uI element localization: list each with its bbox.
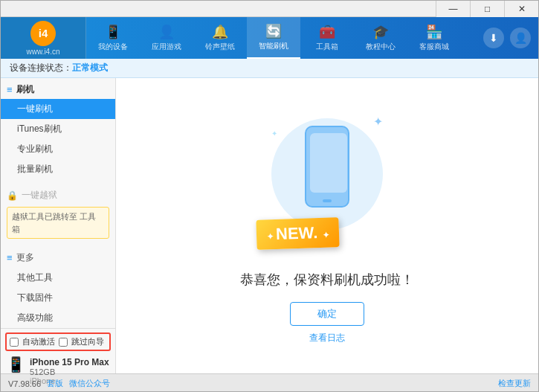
apps-icon: 👤	[158, 24, 175, 40]
sparkle-top-right: ✦	[373, 115, 383, 129]
more-header-icon: ≡	[7, 252, 13, 263]
sidebar-more-header: ≡ 更多	[1, 248, 115, 268]
user-action-btn[interactable]: 👤	[510, 28, 531, 48]
tab-smart-flash[interactable]: 🔄 智能刷机	[247, 17, 300, 59]
store-icon: 🏪	[426, 24, 442, 40]
sidebar-item-itunes-flash[interactable]: iTunes刷机	[1, 119, 115, 139]
jailbreak-lock-icon: 🔒	[7, 190, 18, 201]
sidebar-item-batch-flash[interactable]: 批量刷机	[1, 159, 115, 179]
footer-refresh-link[interactable]: 检查更新	[498, 378, 531, 389]
phone-body	[305, 126, 349, 208]
tab-tutorials[interactable]: 🎓 教程中心	[354, 17, 407, 59]
new-badge: ✦ NEW. ✦	[256, 217, 340, 250]
content-area: ✦ ✦ ✦ NEW. ✦ 恭喜您，保资料刷机成功啦！ 确定 查看日志	[116, 78, 538, 373]
smart-flash-icon: 🔄	[265, 23, 282, 39]
device-icon: 📱	[7, 357, 25, 372]
sidebar-item-other-tools[interactable]: 其他工具	[1, 268, 115, 288]
view-log-link[interactable]: 查看日志	[309, 332, 345, 344]
tab-my-device[interactable]: 📱 我的设备	[86, 17, 140, 59]
logo-icon: i4	[30, 21, 56, 46]
sidebar-item-onekey-flash[interactable]: 一键刷机	[1, 99, 115, 119]
close-button[interactable]: ✕	[504, 1, 538, 17]
footer-version: V7.98.66	[8, 379, 41, 388]
auto-options-row: 自动激活 跳过向导	[5, 332, 111, 351]
auto-activate-checkbox[interactable]	[10, 338, 19, 347]
nav-tabs: 📱 我的设备 👤 应用游戏 🔔 铃声壁纸 🔄 智能刷机 🧰 工具箱 🎓	[86, 17, 483, 59]
status-bar: 设备连接状态： 正常模式	[1, 59, 538, 78]
footer-skin-link[interactable]: 套版	[47, 378, 63, 389]
ringtones-icon: 🔔	[212, 24, 228, 40]
download-action-btn[interactable]: ⬇	[483, 28, 504, 48]
tutorials-icon: 🎓	[372, 24, 389, 40]
sidebar: ≡ 刷机 一键刷机 iTunes刷机 专业刷机 批量刷机 🔒 一键越狱	[1, 78, 116, 373]
toolbox-icon: 🧰	[319, 24, 335, 40]
success-illustration: ✦ ✦ ✦ NEW. ✦	[253, 107, 401, 263]
sidebar-jailbreak-header: 🔒 一键越狱	[1, 185, 115, 205]
logo-subtitle: www.i4.cn	[26, 48, 59, 56]
sidebar-flash-header: ≡ 刷机	[1, 78, 115, 99]
tab-store[interactable]: 🏪 客服商城	[407, 17, 461, 59]
jailbreak-notice: 越狱工具已跳转至 工具箱	[7, 207, 109, 239]
phone-screen	[310, 133, 347, 193]
minimize-button[interactable]: —	[436, 1, 470, 17]
sidebar-item-download-firmware[interactable]: 下载固件	[1, 288, 115, 308]
sidebar-item-advanced[interactable]: 高级功能	[1, 308, 115, 328]
confirm-button[interactable]: 确定	[290, 302, 364, 326]
maximize-button[interactable]: □	[470, 1, 504, 17]
header: i4 www.i4.cn 📱 我的设备 👤 应用游戏 🔔 铃声壁纸 🔄 智能刷机	[1, 17, 538, 59]
auto-activate-label: 自动激活	[22, 336, 55, 347]
status-mode: 正常模式	[72, 62, 108, 74]
success-message: 恭喜您，保资料刷机成功啦！	[240, 271, 414, 289]
tab-toolbox[interactable]: 🧰 工具箱	[300, 17, 354, 59]
sparkle-top-left: ✦	[271, 129, 277, 138]
auto-guide-label: 跳过向导	[71, 336, 104, 347]
tab-ringtones[interactable]: 🔔 铃声壁纸	[193, 17, 247, 59]
phone-home-btn	[323, 199, 332, 202]
tab-apps[interactable]: 👤 应用游戏	[140, 17, 193, 59]
footer-wechat-link[interactable]: 微信公众号	[69, 378, 110, 389]
device-name: iPhone 15 Pro Max	[30, 357, 109, 367]
auto-guide-checkbox[interactable]	[59, 338, 68, 347]
logo-area: i4 www.i4.cn	[1, 17, 86, 59]
my-device-icon: 📱	[105, 24, 121, 40]
device-storage: 512GB	[30, 367, 109, 376]
flash-header-icon: ≡	[7, 84, 13, 95]
sidebar-item-pro-flash[interactable]: 专业刷机	[1, 139, 115, 159]
